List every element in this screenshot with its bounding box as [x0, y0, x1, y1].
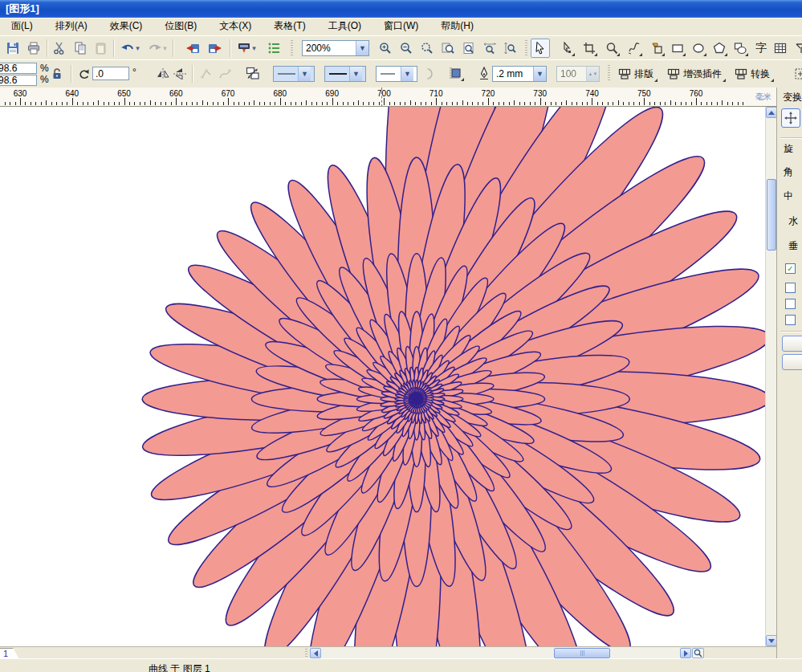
import-button[interactable]	[183, 39, 202, 58]
ruler-tick	[165, 102, 166, 105]
dropdown-arrow[interactable]: ▼	[401, 67, 413, 81]
zoom-level-combo[interactable]: 200% ▼	[302, 40, 369, 56]
horizontal-ruler[interactable]: 6306406506606706806907007107207307407507…	[0, 88, 776, 107]
anchor-checkbox-3[interactable]	[785, 315, 796, 325]
swap-size-button[interactable]	[243, 63, 263, 83]
vertical-scroll-thumb[interactable]	[767, 179, 776, 250]
scroll-left-button[interactable]	[310, 648, 321, 658]
convert-toolbar-button[interactable]: 转换	[731, 64, 776, 83]
zoom-page-height-button[interactable]	[501, 39, 520, 58]
ruler-tick	[280, 98, 281, 105]
partial-toolbar-button[interactable]	[791, 64, 802, 83]
text-tool[interactable]: 字	[751, 39, 771, 58]
rotate-transform-button[interactable]	[781, 108, 800, 128]
pick-tool[interactable]	[531, 39, 550, 58]
wrap-paragraph-text-button[interactable]	[446, 63, 466, 83]
zoom-page-button[interactable]	[459, 39, 478, 58]
zoom-tool[interactable]	[602, 39, 621, 58]
zoom-in-button[interactable]	[376, 39, 395, 58]
toolbox-grip[interactable]	[525, 40, 527, 56]
save-button[interactable]	[3, 39, 22, 58]
crop-tool[interactable]	[580, 39, 599, 58]
scroll-up-button[interactable]	[766, 107, 777, 118]
menu-help[interactable]: 帮助(H)	[429, 17, 485, 36]
outline-pen-button[interactable]	[478, 67, 490, 80]
launcher-dropdown[interactable]: ▾	[250, 43, 258, 53]
menu-table[interactable]: 表格(T)	[263, 17, 316, 36]
curve-smoothness-button[interactable]	[215, 64, 234, 83]
dropdown-arrow[interactable]: ▼	[298, 67, 311, 81]
table-tool[interactable]	[771, 39, 790, 58]
menu-text[interactable]: 文本(X)	[208, 17, 263, 36]
basic-shapes-tool[interactable]	[731, 39, 750, 58]
outline-width-combo[interactable]: .2 mm ▼	[492, 66, 547, 82]
horizontal-scroll-thumb[interactable]	[554, 648, 610, 658]
relative-center-checkbox[interactable]: ✓	[785, 263, 796, 274]
apply-to-duplicate-button[interactable]	[782, 354, 802, 370]
ruler-tick	[181, 102, 182, 105]
scale-horizontal-field[interactable]: 98.6	[0, 63, 37, 74]
menu-window[interactable]: 窗口(W)	[373, 17, 429, 36]
shape-tool[interactable]	[557, 39, 576, 58]
scroll-right-button[interactable]	[680, 648, 691, 658]
rotation-angle-field[interactable]: .0	[92, 67, 129, 80]
dropdown-arrow[interactable]: ▼	[533, 67, 546, 81]
anchor-checkbox-2[interactable]	[785, 299, 796, 309]
smart-fill-tool[interactable]	[647, 39, 666, 58]
toolbar-grip[interactable]	[291, 40, 293, 56]
apply-button[interactable]	[782, 336, 802, 352]
start-arrowhead-picker[interactable]: ▼	[273, 66, 315, 82]
export-button[interactable]	[206, 39, 225, 58]
reduce-nodes-button[interactable]	[197, 64, 216, 83]
page-tab[interactable]: 1	[0, 648, 19, 659]
zoom-page-width-button[interactable]	[480, 39, 499, 58]
menu-effects[interactable]: 效果(C)	[99, 17, 154, 36]
print-button[interactable]	[24, 39, 43, 58]
zoom-combo-arrow[interactable]: ▼	[356, 41, 368, 55]
rotate-button[interactable]	[78, 68, 91, 80]
options-button[interactable]	[265, 39, 284, 58]
dropdown-arrow[interactable]: ▼	[349, 67, 362, 81]
mirror-vertical-button[interactable]	[170, 64, 189, 83]
menu-layout[interactable]: 面(L)	[0, 17, 44, 36]
paste-button[interactable]	[92, 39, 111, 58]
polygon-tool[interactable]	[710, 39, 729, 58]
outline-style-picker[interactable]: ▼	[324, 66, 366, 82]
menu-arrange[interactable]: 排列(A)	[44, 17, 99, 36]
horizontal-scroll-track[interactable]	[321, 647, 681, 659]
propbar-grip[interactable]	[608, 65, 610, 81]
spinner-arrows[interactable]: ▲▼	[586, 67, 599, 81]
ellipse-tool[interactable]	[689, 39, 708, 58]
ruler-tick	[701, 102, 702, 105]
freehand-tool[interactable]	[625, 39, 644, 58]
lock-ratio-button[interactable]	[51, 67, 63, 79]
anchor-checkbox-1[interactable]	[785, 283, 796, 293]
transparency-spinner[interactable]: 100 ▲▼	[556, 66, 600, 82]
scroll-down-button[interactable]	[766, 635, 777, 646]
zoom-all-objects-button[interactable]	[438, 39, 458, 58]
zoom-out-button[interactable]	[397, 39, 416, 58]
zoom-selected-button[interactable]	[417, 39, 437, 58]
cut-button[interactable]	[50, 39, 69, 58]
rotation-angle-value: .0	[96, 68, 104, 79]
end-arrowhead-picker[interactable]: ▼	[376, 66, 417, 82]
menu-bitmaps[interactable]: 位图(B)	[153, 17, 208, 36]
redo-dropdown[interactable]: ▾	[161, 43, 169, 53]
rectangle-tool[interactable]	[668, 39, 687, 58]
layout-toolbar-button[interactable]: 排版	[614, 64, 659, 83]
vertical-scrollbar[interactable]	[765, 107, 776, 646]
scale-vertical-field[interactable]: 98.6	[0, 75, 37, 86]
import-icon	[185, 42, 200, 55]
menu-tools[interactable]: 工具(O)	[317, 17, 373, 36]
navigator-button[interactable]	[692, 648, 704, 658]
ruler-tick	[488, 98, 489, 105]
undo-dropdown[interactable]: ▾	[134, 43, 141, 53]
close-curve-button[interactable]	[422, 64, 442, 83]
drawing-canvas[interactable]	[0, 107, 765, 646]
plugins-toolbar-button[interactable]: 增强插件	[663, 64, 727, 83]
copy-button[interactable]	[71, 39, 90, 58]
ruler-cursor-marker	[381, 88, 382, 107]
redo-icon	[148, 42, 162, 55]
hscroll-grip[interactable]	[305, 649, 307, 658]
parallel-dimension-tool[interactable]	[792, 39, 802, 58]
